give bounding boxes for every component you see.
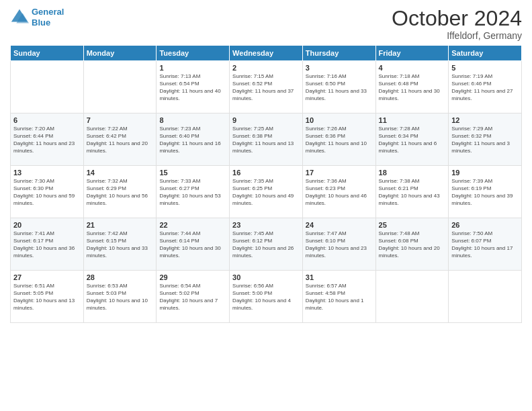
calendar-cell: 21Sunrise: 7:42 AM Sunset: 6:15 PM Dayli… [83, 218, 157, 271]
cell-content: Sunrise: 7:39 AM Sunset: 6:19 PM Dayligh… [451, 178, 519, 207]
day-number: 22 [159, 221, 226, 229]
calendar-cell: 11Sunrise: 7:28 AM Sunset: 6:34 PM Dayli… [375, 113, 449, 166]
calendar-cell: 19Sunrise: 7:39 AM Sunset: 6:19 PM Dayli… [449, 166, 522, 218]
cell-content: Sunrise: 6:56 AM Sunset: 5:00 PM Dayligh… [232, 283, 300, 312]
cell-content: Sunrise: 7:44 AM Sunset: 6:14 PM Dayligh… [159, 230, 226, 259]
week-row-4: 20Sunrise: 7:41 AM Sunset: 6:17 PM Dayli… [11, 218, 522, 271]
calendar-table: SundayMondayTuesdayWednesdayThursdayFrid… [10, 45, 522, 323]
day-number: 17 [306, 169, 373, 177]
cell-content: Sunrise: 7:13 AM Sunset: 6:54 PM Dayligh… [159, 73, 226, 102]
cell-content: Sunrise: 6:57 AM Sunset: 4:58 PM Dayligh… [306, 283, 373, 312]
calendar-cell [11, 61, 84, 113]
day-number: 1 [159, 64, 226, 72]
title-block: October 2024 Iffeldorf, Germany [392, 7, 522, 41]
day-number: 7 [87, 116, 154, 124]
day-number: 11 [379, 116, 446, 124]
day-number: 21 [87, 221, 154, 229]
cell-content: Sunrise: 7:30 AM Sunset: 6:30 PM Dayligh… [13, 178, 81, 207]
calendar-cell: 5Sunrise: 7:19 AM Sunset: 6:46 PM Daylig… [449, 61, 522, 113]
col-header-sunday: Sunday [11, 46, 84, 61]
day-number: 18 [379, 169, 446, 177]
day-number: 8 [159, 116, 226, 124]
day-number: 3 [306, 64, 373, 72]
calendar-cell: 15Sunrise: 7:33 AM Sunset: 6:27 PM Dayli… [157, 166, 230, 218]
day-number: 26 [451, 221, 519, 229]
cell-content: Sunrise: 7:26 AM Sunset: 6:36 PM Dayligh… [306, 126, 373, 154]
calendar-cell: 10Sunrise: 7:26 AM Sunset: 6:36 PM Dayli… [302, 113, 375, 166]
cell-content: Sunrise: 6:51 AM Sunset: 5:05 PM Dayligh… [13, 283, 81, 312]
cell-content: Sunrise: 7:50 AM Sunset: 6:07 PM Dayligh… [451, 230, 519, 259]
calendar-cell: 16Sunrise: 7:35 AM Sunset: 6:25 PM Dayli… [230, 166, 303, 218]
cell-content: Sunrise: 7:29 AM Sunset: 6:32 PM Dayligh… [451, 126, 519, 154]
calendar-cell: 27Sunrise: 6:51 AM Sunset: 5:05 PM Dayli… [11, 271, 84, 323]
day-number: 23 [232, 221, 300, 229]
day-number: 28 [87, 273, 154, 281]
col-header-saturday: Saturday [449, 46, 522, 61]
col-header-thursday: Thursday [302, 46, 375, 61]
cell-content: Sunrise: 7:22 AM Sunset: 6:42 PM Dayligh… [87, 126, 154, 154]
logo: General Blue [10, 7, 64, 28]
logo-text: General Blue [32, 7, 64, 28]
cell-content: Sunrise: 7:15 AM Sunset: 6:52 PM Dayligh… [232, 73, 300, 102]
calendar-cell [375, 271, 449, 323]
calendar-cell: 23Sunrise: 7:45 AM Sunset: 6:12 PM Dayli… [230, 218, 303, 271]
col-header-wednesday: Wednesday [230, 46, 303, 61]
day-number: 4 [379, 64, 446, 72]
cell-content: Sunrise: 7:16 AM Sunset: 6:50 PM Dayligh… [306, 73, 373, 102]
day-number: 30 [232, 273, 300, 281]
day-number: 5 [451, 64, 519, 72]
week-row-3: 13Sunrise: 7:30 AM Sunset: 6:30 PM Dayli… [11, 166, 522, 218]
calendar-cell: 31Sunrise: 6:57 AM Sunset: 4:58 PM Dayli… [302, 271, 375, 323]
month-title: October 2024 [392, 7, 522, 30]
cell-content: Sunrise: 7:42 AM Sunset: 6:15 PM Dayligh… [87, 230, 154, 259]
day-number: 6 [13, 116, 81, 124]
header: General Blue October 2024 Iffeldorf, Ger… [10, 7, 522, 41]
calendar-cell: 26Sunrise: 7:50 AM Sunset: 6:07 PM Dayli… [449, 218, 522, 271]
cell-content: Sunrise: 7:18 AM Sunset: 6:48 PM Dayligh… [379, 73, 446, 102]
day-number: 9 [232, 116, 300, 124]
logo-blue: Blue [32, 17, 50, 28]
cell-content: Sunrise: 6:53 AM Sunset: 5:03 PM Dayligh… [87, 283, 154, 312]
week-row-1: 1Sunrise: 7:13 AM Sunset: 6:54 PM Daylig… [11, 61, 522, 113]
calendar-cell: 1Sunrise: 7:13 AM Sunset: 6:54 PM Daylig… [157, 61, 230, 113]
logo-general: General [32, 7, 64, 17]
calendar-cell: 17Sunrise: 7:36 AM Sunset: 6:23 PM Dayli… [302, 166, 375, 218]
calendar-cell: 24Sunrise: 7:47 AM Sunset: 6:10 PM Dayli… [302, 218, 375, 271]
cell-content: Sunrise: 7:19 AM Sunset: 6:46 PM Dayligh… [451, 73, 519, 102]
calendar-cell: 12Sunrise: 7:29 AM Sunset: 6:32 PM Dayli… [449, 113, 522, 166]
cell-content: Sunrise: 7:38 AM Sunset: 6:21 PM Dayligh… [379, 178, 446, 207]
day-number: 15 [159, 169, 226, 177]
cell-content: Sunrise: 7:48 AM Sunset: 6:08 PM Dayligh… [379, 230, 446, 259]
header-row: SundayMondayTuesdayWednesdayThursdayFrid… [11, 46, 522, 61]
col-header-tuesday: Tuesday [157, 46, 230, 61]
calendar-cell: 20Sunrise: 7:41 AM Sunset: 6:17 PM Dayli… [11, 218, 84, 271]
calendar-cell: 25Sunrise: 7:48 AM Sunset: 6:08 PM Dayli… [375, 218, 449, 271]
day-number: 16 [232, 169, 300, 177]
calendar-cell: 30Sunrise: 6:56 AM Sunset: 5:00 PM Dayli… [230, 271, 303, 323]
cell-content: Sunrise: 7:20 AM Sunset: 6:44 PM Dayligh… [13, 126, 81, 154]
location: Iffeldorf, Germany [392, 30, 522, 41]
calendar-cell [449, 271, 522, 323]
cell-content: Sunrise: 7:32 AM Sunset: 6:29 PM Dayligh… [87, 178, 154, 207]
day-number: 29 [159, 273, 226, 281]
calendar-cell: 14Sunrise: 7:32 AM Sunset: 6:29 PM Dayli… [83, 166, 157, 218]
calendar-cell: 13Sunrise: 7:30 AM Sunset: 6:30 PM Dayli… [11, 166, 84, 218]
week-row-5: 27Sunrise: 6:51 AM Sunset: 5:05 PM Dayli… [11, 271, 522, 323]
day-number: 12 [451, 116, 519, 124]
logo-icon [10, 8, 29, 27]
calendar-cell: 2Sunrise: 7:15 AM Sunset: 6:52 PM Daylig… [230, 61, 303, 113]
day-number: 13 [13, 169, 81, 177]
day-number: 24 [306, 221, 373, 229]
cell-content: Sunrise: 7:35 AM Sunset: 6:25 PM Dayligh… [232, 178, 300, 207]
week-row-2: 6Sunrise: 7:20 AM Sunset: 6:44 PM Daylig… [11, 113, 522, 166]
calendar-cell: 8Sunrise: 7:23 AM Sunset: 6:40 PM Daylig… [157, 113, 230, 166]
calendar-cell: 28Sunrise: 6:53 AM Sunset: 5:03 PM Dayli… [83, 271, 157, 323]
cell-content: Sunrise: 7:45 AM Sunset: 6:12 PM Dayligh… [232, 230, 300, 259]
calendar-cell: 29Sunrise: 6:54 AM Sunset: 5:02 PM Dayli… [157, 271, 230, 323]
calendar-cell [83, 61, 157, 113]
calendar-cell: 4Sunrise: 7:18 AM Sunset: 6:48 PM Daylig… [375, 61, 449, 113]
day-number: 10 [306, 116, 373, 124]
cell-content: Sunrise: 7:33 AM Sunset: 6:27 PM Dayligh… [159, 178, 226, 207]
page: General Blue October 2024 Iffeldorf, Ger… [0, 0, 532, 411]
calendar-cell: 3Sunrise: 7:16 AM Sunset: 6:50 PM Daylig… [302, 61, 375, 113]
